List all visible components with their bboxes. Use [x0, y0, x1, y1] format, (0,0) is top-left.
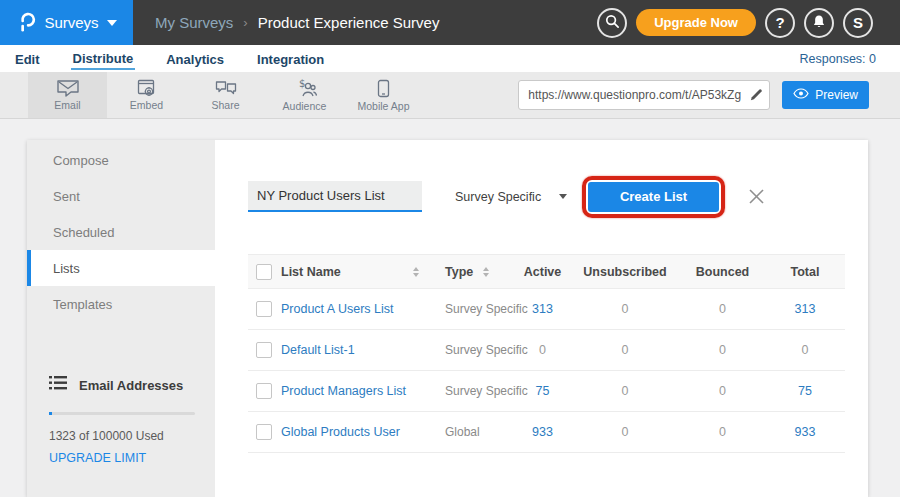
tab-edit[interactable]: Edit: [13, 48, 42, 69]
distribute-channels: Email Embed Shar: [28, 72, 423, 118]
help-button[interactable]: ?: [765, 8, 795, 38]
email-sidebar: Compose Sent Scheduled Lists Templates E…: [27, 140, 215, 497]
list-name-link[interactable]: Global Products User: [281, 425, 445, 439]
bounced-count: 0: [680, 384, 765, 398]
unsubscribed-count: 0: [570, 384, 680, 398]
col-list-name: List Name: [281, 265, 341, 279]
lists-main: Survey Specific Create List List Name: [215, 140, 868, 497]
table-row: Product Managers List Survey Specific 75…: [248, 371, 845, 412]
unsubscribed-count: 0: [570, 302, 680, 316]
breadcrumb: My Surveys › Product Experience Survey: [155, 14, 439, 31]
page-title: Product Experience Survey: [258, 14, 440, 31]
surveys-product-menu[interactable]: Surveys: [0, 0, 133, 46]
create-list-form: Survey Specific Create List: [248, 180, 868, 213]
total-count[interactable]: 313: [765, 302, 845, 316]
create-list-button[interactable]: Create List: [588, 182, 719, 212]
tab-distribute[interactable]: Distribute: [71, 47, 136, 70]
upgrade-limit-link[interactable]: UPGRADE LIMIT: [49, 451, 146, 465]
search-button[interactable]: [597, 8, 627, 38]
close-form-button[interactable]: [747, 187, 766, 206]
list-type-select[interactable]: Survey Specific: [455, 190, 567, 204]
col-bounced: Bounced: [680, 265, 765, 279]
sort-icon[interactable]: [413, 267, 419, 277]
active-count[interactable]: 313: [515, 302, 570, 316]
upgrade-now-button[interactable]: Upgrade Now: [636, 9, 756, 36]
svg-text:$: $: [299, 79, 305, 89]
survey-url-input[interactable]: [518, 80, 770, 110]
email-usage-progressbar: [49, 412, 195, 415]
distribute-toolbar: Email Embed Shar: [0, 72, 900, 119]
bounced-count: 0: [680, 343, 765, 357]
list-type-value: Survey Specific: [445, 384, 515, 398]
email-usage-progress-fill: [49, 412, 52, 415]
table-header-row: List Name Type Active Unsubscribed Bounc…: [248, 254, 845, 289]
edit-url-pencil-icon[interactable]: [749, 87, 764, 106]
list-type-selected-value: Survey Specific: [455, 190, 541, 204]
chevron-down-icon: [559, 194, 567, 199]
email-usage-text: 1323 of 100000 Used: [49, 429, 195, 443]
channel-mobile-app[interactable]: Mobile App: [344, 72, 423, 118]
channel-label: Audience: [283, 100, 327, 112]
eye-icon: [793, 88, 809, 102]
help-icon: ?: [775, 14, 784, 31]
col-total: Total: [765, 265, 845, 279]
list-name-link[interactable]: Product Managers List: [281, 384, 445, 398]
breadcrumb-separator: ›: [243, 15, 247, 30]
sidebar-item-sent[interactable]: Sent: [27, 178, 215, 214]
user-avatar[interactable]: S: [843, 8, 873, 38]
table-row: Default List-1 Survey Specific 0 0 0 0: [248, 330, 845, 371]
bounced-count: 0: [680, 425, 765, 439]
list-lines-icon: [49, 376, 67, 394]
tab-analytics[interactable]: Analytics: [164, 48, 226, 69]
chat-bubbles-icon: [215, 79, 237, 97]
tab-integration[interactable]: Integration: [255, 48, 326, 69]
survey-tab-nav: Edit Distribute Analytics Integration Re…: [0, 45, 900, 72]
envelope-icon: [56, 79, 80, 97]
preview-button[interactable]: Preview: [782, 81, 869, 109]
notifications-button[interactable]: [804, 8, 834, 38]
list-name-link[interactable]: Default List-1: [281, 343, 445, 357]
channel-embed[interactable]: Embed: [107, 72, 186, 118]
active-count[interactable]: 75: [515, 384, 570, 398]
survey-link-group: Preview: [518, 72, 900, 118]
sort-icon[interactable]: [483, 267, 489, 277]
responses-count[interactable]: Responses: 0: [800, 52, 876, 66]
audience-dollar-people-icon: $: [293, 79, 317, 98]
unsubscribed-count: 0: [570, 425, 680, 439]
smartphone-icon: [377, 79, 390, 98]
total-count[interactable]: 75: [765, 384, 845, 398]
col-unsubscribed: Unsubscribed: [570, 265, 680, 279]
total-count[interactable]: 933: [765, 425, 845, 439]
chevron-down-icon: [107, 20, 117, 26]
active-count[interactable]: 933: [515, 425, 570, 439]
channel-email[interactable]: Email: [28, 72, 107, 118]
bell-icon: [812, 14, 826, 32]
close-icon: [747, 187, 766, 206]
sidebar-item-scheduled[interactable]: Scheduled: [27, 214, 215, 250]
list-type-value: Survey Specific: [445, 343, 515, 357]
select-all-checkbox[interactable]: [256, 264, 272, 280]
channel-label: Share: [211, 99, 239, 111]
row-checkbox[interactable]: [256, 342, 272, 358]
list-type-value: Survey Specific: [445, 302, 515, 316]
list-type-value: Global: [445, 425, 515, 439]
list-name-link[interactable]: Product A Users List: [281, 302, 445, 316]
channel-audience[interactable]: $ Audience: [265, 72, 344, 118]
breadcrumb-my-surveys[interactable]: My Surveys: [155, 14, 233, 31]
row-checkbox[interactable]: [256, 424, 272, 440]
row-checkbox[interactable]: [256, 383, 272, 399]
app-header: Surveys My Surveys › Product Experience …: [0, 0, 900, 45]
bounced-count: 0: [680, 302, 765, 316]
sidebar-item-lists[interactable]: Lists: [27, 250, 215, 286]
preview-label: Preview: [815, 88, 858, 102]
channel-label: Mobile App: [358, 100, 410, 112]
sidebar-item-templates[interactable]: Templates: [27, 286, 215, 322]
avatar-initial: S: [853, 14, 863, 31]
highlight-annotation: Create List: [582, 176, 725, 218]
active-count: 0: [515, 343, 570, 357]
sidebar-item-compose[interactable]: Compose: [27, 142, 215, 178]
search-icon: [605, 14, 620, 32]
channel-share[interactable]: Share: [186, 72, 265, 118]
list-name-input[interactable]: [248, 181, 422, 212]
row-checkbox[interactable]: [256, 301, 272, 317]
